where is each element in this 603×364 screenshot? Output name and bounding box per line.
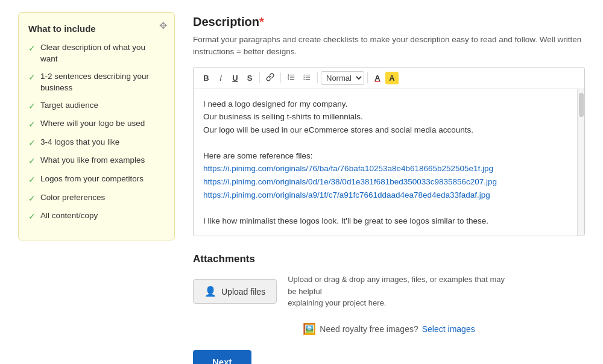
sidebar-item-color-prefs: ✓Color preferences: [28, 192, 165, 205]
strikethrough-button[interactable]: S: [243, 72, 256, 84]
sidebar-item-label: Target audience: [40, 100, 98, 111]
toolbar-divider-3: [317, 72, 318, 83]
svg-point-11: [303, 78, 305, 80]
italic-button[interactable]: I: [214, 72, 227, 84]
ordered-list-button[interactable]: 123: [284, 71, 298, 85]
sidebar-item-target-audience: ✓Target audience: [28, 100, 165, 113]
sidebar-item-competitors: ✓Logos from your competitors: [28, 174, 165, 186]
upload-row: 👤 Upload files Upload or drag & drop any…: [193, 274, 585, 309]
sidebar-title: What to include: [28, 24, 165, 34]
sidebar-item-label: 1-2 sentences describing your business: [40, 71, 165, 94]
font-color-button[interactable]: A: [371, 72, 384, 84]
bold-button[interactable]: B: [200, 72, 213, 84]
drag-icon: ✥: [159, 20, 167, 31]
royalty-free-row: 🖼️ Need royalty free images? Select imag…: [193, 322, 585, 336]
check-icon: ✓: [28, 155, 36, 168]
editor-textarea[interactable]: I need a logo designed for my company. O…: [194, 89, 577, 236]
svg-point-10: [303, 77, 305, 78]
upload-button[interactable]: 👤 Upload files: [193, 279, 277, 304]
upload-description: Upload or drag & drop any images, files,…: [288, 274, 505, 309]
sidebar-item-label: Logos from your competitors: [40, 174, 144, 185]
check-icon: ✓: [28, 174, 36, 186]
scrollbar-thumb: [579, 93, 584, 117]
select-images-link[interactable]: Select images: [422, 324, 475, 334]
text-editor: B I U S 123: [193, 67, 585, 237]
next-button[interactable]: Next: [193, 350, 251, 364]
editor-toolbar: B I U S 123: [194, 67, 584, 89]
editor-link3[interactable]: https://i.pinimg.com/originals/a9/1f/c7/…: [203, 190, 490, 199]
section-title: Description*: [193, 15, 585, 29]
check-icon: ✓: [28, 137, 36, 149]
upload-icon: 👤: [204, 286, 216, 297]
royalty-text: Need royalty free images?: [320, 324, 418, 334]
unordered-list-button[interactable]: [300, 71, 314, 85]
highlight-button[interactable]: A: [385, 72, 399, 84]
main-content: Description* Format your paragraphs and …: [193, 12, 585, 364]
editor-scrollbar[interactable]: [577, 89, 584, 236]
sidebar-item-clear-description: ✓Clear description of what you want: [28, 42, 165, 65]
check-icon: ✓: [28, 211, 36, 223]
font-size-select[interactable]: Normal: [321, 71, 364, 85]
sidebar-item-examples-like: ✓What you like from examples: [28, 155, 165, 168]
check-icon: ✓: [28, 72, 36, 84]
svg-text:3: 3: [288, 78, 289, 80]
toolbar-divider-4: [367, 72, 368, 83]
link-button[interactable]: [263, 71, 277, 85]
description-section: Description* Format your paragraphs and …: [193, 15, 585, 236]
required-star: *: [259, 15, 264, 28]
check-icon: ✓: [28, 119, 36, 131]
sidebar-checklist: ✥ What to include ✓Clear description of …: [18, 12, 175, 240]
editor-link1[interactable]: https://i.pinimg.com/originals/76/ba/fa/…: [203, 164, 493, 173]
image-emoji: 🖼️: [303, 322, 316, 336]
sidebar-item-all-content: ✓All content/copy: [28, 210, 165, 223]
editor-link2[interactable]: https://i.pinimg.com/originals/0d/1e/38/…: [203, 177, 497, 186]
sidebar-item-label: Where will your logo be used: [40, 118, 145, 130]
check-icon: ✓: [28, 101, 36, 113]
sidebar-item-label: All content/copy: [40, 210, 98, 222]
attachments-title: Attachments: [193, 253, 585, 265]
sidebar-item-label: Color preferences: [40, 192, 105, 204]
sidebar-item-label: Clear description of what you want: [40, 42, 165, 65]
attachments-section: Attachments 👤 Upload files Upload or dra…: [193, 253, 585, 309]
sidebar-item-label: What you like from examples: [40, 155, 145, 166]
sidebar-item-sentences-business: ✓1-2 sentences describing your business: [28, 71, 165, 94]
check-icon: ✓: [28, 193, 36, 205]
svg-point-9: [303, 74, 305, 75]
sidebar-item-logo-used: ✓Where will your logo be used: [28, 118, 165, 131]
upload-button-label: Upload files: [221, 287, 265, 297]
toolbar-divider-2: [280, 72, 281, 83]
section-subtitle: Format your paragraphs and create checkl…: [193, 34, 585, 58]
sidebar-item-label: 3-4 logos that you like: [40, 137, 119, 148]
check-icon: ✓: [28, 43, 36, 55]
sidebar-item-logos-like: ✓3-4 logos that you like: [28, 137, 165, 149]
underline-button[interactable]: U: [229, 72, 242, 84]
editor-body: I need a logo designed for my company. O…: [194, 89, 584, 236]
toolbar-divider-1: [259, 72, 260, 83]
